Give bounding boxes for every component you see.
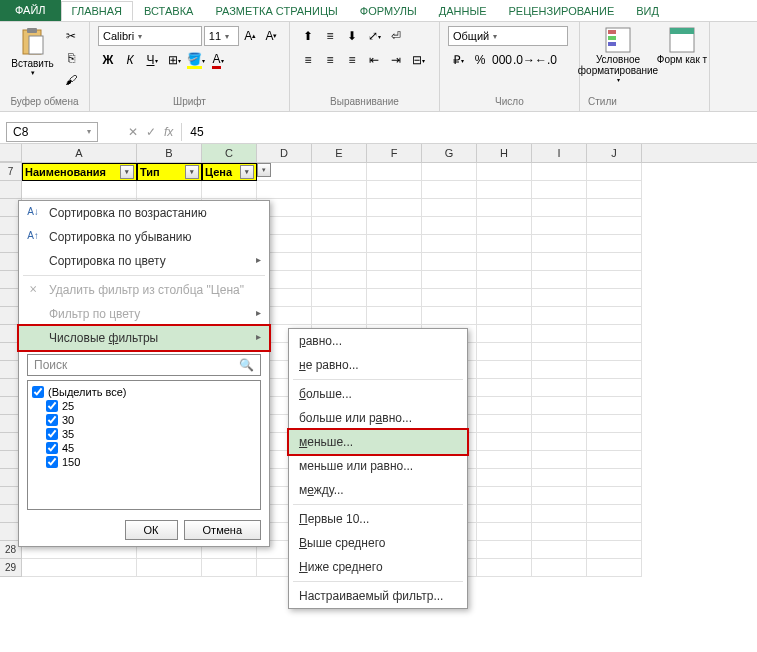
conditional-formatting-button[interactable]: Условное форматирование▾ bbox=[588, 26, 648, 83]
column-header-G[interactable]: G bbox=[422, 144, 477, 162]
checkbox[interactable] bbox=[46, 400, 58, 412]
cell[interactable] bbox=[477, 523, 532, 541]
cell[interactable] bbox=[477, 181, 532, 199]
cell[interactable] bbox=[532, 163, 587, 181]
cell[interactable] bbox=[367, 199, 422, 217]
cell[interactable] bbox=[532, 235, 587, 253]
filter-checklist[interactable]: (Выделить все)25303545150 bbox=[27, 380, 261, 510]
cell[interactable] bbox=[587, 397, 642, 415]
filter-custom-item[interactable]: Настраиваемый фильтр... bbox=[289, 584, 467, 608]
cell[interactable] bbox=[477, 325, 532, 343]
cell[interactable] bbox=[532, 397, 587, 415]
cell[interactable] bbox=[367, 217, 422, 235]
cell[interactable] bbox=[477, 253, 532, 271]
formula-bar[interactable]: 45 bbox=[181, 123, 757, 141]
column-header-F[interactable]: F bbox=[367, 144, 422, 162]
cell[interactable] bbox=[587, 199, 642, 217]
increase-indent-button[interactable]: ⇥ bbox=[386, 50, 406, 70]
cell[interactable] bbox=[312, 163, 367, 181]
paste-button[interactable]: Вставить ▾ bbox=[8, 26, 57, 90]
cell[interactable] bbox=[477, 451, 532, 469]
cancel-formula-icon[interactable]: ✕ bbox=[128, 125, 138, 139]
align-bottom-button[interactable]: ⬇ bbox=[342, 26, 362, 46]
cell[interactable] bbox=[587, 451, 642, 469]
increase-decimal-button[interactable]: .0→ bbox=[514, 50, 534, 70]
cell[interactable] bbox=[367, 289, 422, 307]
border-button[interactable]: ⊞▾ bbox=[164, 50, 184, 70]
cell[interactable] bbox=[587, 325, 642, 343]
filter-dropdown-button[interactable]: ▾ bbox=[185, 165, 199, 179]
tab-home[interactable]: ГЛАВНАЯ bbox=[61, 1, 133, 21]
currency-button[interactable]: ₽▾ bbox=[448, 50, 468, 70]
cell[interactable] bbox=[587, 415, 642, 433]
tab-page-layout[interactable]: РАЗМЕТКА СТРАНИЦЫ bbox=[204, 1, 348, 21]
table-header-cell[interactable]: Наименования▾ bbox=[22, 163, 137, 181]
cell[interactable] bbox=[532, 361, 587, 379]
cell[interactable] bbox=[367, 163, 422, 181]
row-header[interactable]: 29 bbox=[0, 559, 22, 577]
align-right-button[interactable]: ≡ bbox=[342, 50, 362, 70]
row-header[interactable]: 7 bbox=[0, 163, 22, 181]
filter-check-item[interactable]: 25 bbox=[32, 399, 256, 413]
cell[interactable] bbox=[477, 433, 532, 451]
filter-greater-eq-item[interactable]: больше или равно... bbox=[289, 406, 467, 430]
cell[interactable] bbox=[587, 253, 642, 271]
cell[interactable] bbox=[367, 307, 422, 325]
cell[interactable] bbox=[477, 235, 532, 253]
cell[interactable] bbox=[532, 469, 587, 487]
cell[interactable] bbox=[422, 307, 477, 325]
cell[interactable] bbox=[422, 253, 477, 271]
cell[interactable] bbox=[587, 361, 642, 379]
cell[interactable] bbox=[312, 253, 367, 271]
cell[interactable] bbox=[532, 559, 587, 577]
cell[interactable] bbox=[477, 379, 532, 397]
filter-above-avg-item[interactable]: Выше среднего bbox=[289, 531, 467, 555]
filter-dropdown-button[interactable]: ▾ bbox=[240, 165, 254, 179]
cancel-button[interactable]: Отмена bbox=[184, 520, 261, 540]
cell[interactable] bbox=[477, 361, 532, 379]
filter-greater-item[interactable]: больше... bbox=[289, 382, 467, 406]
cell[interactable] bbox=[532, 379, 587, 397]
filter-check-item[interactable]: (Выделить все) bbox=[32, 385, 256, 399]
checkbox[interactable] bbox=[32, 386, 44, 398]
cell[interactable] bbox=[587, 379, 642, 397]
font-size-combo[interactable]: 11▾ bbox=[204, 26, 239, 46]
copy-button[interactable]: ⎘ bbox=[61, 48, 81, 68]
cell[interactable] bbox=[312, 307, 367, 325]
cell[interactable] bbox=[532, 217, 587, 235]
cell[interactable] bbox=[532, 505, 587, 523]
cell[interactable] bbox=[257, 181, 312, 199]
comma-button[interactable]: 000 bbox=[492, 50, 512, 70]
cell[interactable] bbox=[532, 415, 587, 433]
cell[interactable] bbox=[312, 199, 367, 217]
cell[interactable] bbox=[422, 271, 477, 289]
cell[interactable] bbox=[587, 271, 642, 289]
cell[interactable] bbox=[587, 181, 642, 199]
column-header-E[interactable]: E bbox=[312, 144, 367, 162]
cell[interactable] bbox=[367, 253, 422, 271]
cell[interactable] bbox=[532, 289, 587, 307]
column-header-H[interactable]: H bbox=[477, 144, 532, 162]
cell[interactable] bbox=[532, 325, 587, 343]
cell[interactable] bbox=[587, 541, 642, 559]
column-header-D[interactable]: D bbox=[257, 144, 312, 162]
cell[interactable] bbox=[532, 487, 587, 505]
cell[interactable] bbox=[532, 253, 587, 271]
format-as-table-button[interactable]: Форм как т bbox=[652, 26, 712, 83]
ok-button[interactable]: ОК bbox=[125, 520, 178, 540]
column-header-B[interactable]: B bbox=[137, 144, 202, 162]
fill-color-button[interactable]: 🪣▾ bbox=[186, 50, 206, 70]
filter-dropdown-button[interactable]: ▾ bbox=[257, 163, 271, 177]
cell[interactable] bbox=[367, 235, 422, 253]
cell[interactable] bbox=[312, 271, 367, 289]
cell[interactable] bbox=[422, 289, 477, 307]
cell[interactable] bbox=[202, 559, 257, 577]
cell[interactable] bbox=[587, 343, 642, 361]
cell[interactable] bbox=[137, 559, 202, 577]
cell[interactable] bbox=[532, 307, 587, 325]
select-all-corner[interactable] bbox=[0, 144, 22, 162]
tab-file[interactable]: ФАЙЛ bbox=[0, 0, 61, 21]
cell[interactable] bbox=[587, 469, 642, 487]
filter-check-item[interactable]: 45 bbox=[32, 441, 256, 455]
cell[interactable] bbox=[532, 433, 587, 451]
